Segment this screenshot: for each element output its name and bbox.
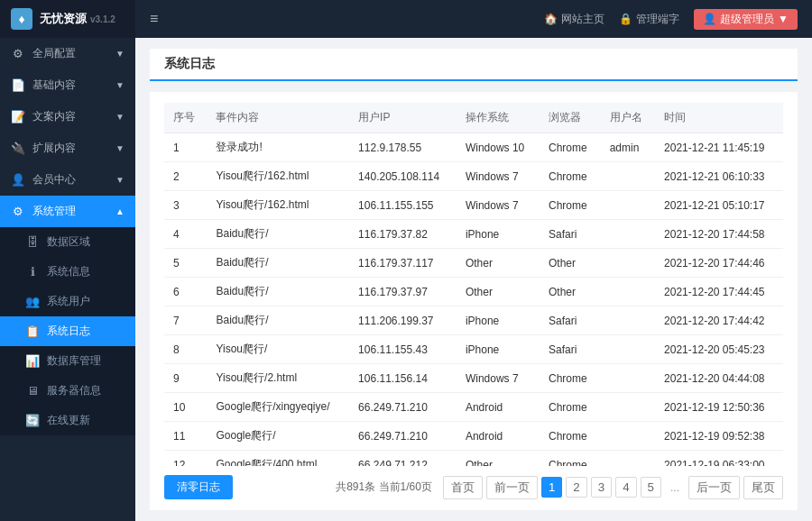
cell-os: iPhone bbox=[457, 335, 540, 364]
cell-browser: Chrome bbox=[540, 133, 601, 162]
chevron-icon: ▼ bbox=[115, 143, 125, 153]
sidebar-item-label: 系统信息 bbox=[47, 264, 90, 279]
topbar-left: ≡ bbox=[150, 11, 158, 27]
table-row: 1 登录成功! 112.9.178.55 Windows 10 Chrome a… bbox=[164, 133, 783, 162]
page-num-4[interactable]: 4 bbox=[615, 477, 636, 498]
cell-id: 8 bbox=[164, 335, 207, 364]
table-row: 2 Yisou爬行/162.html 140.205.108.114 Windo… bbox=[164, 162, 783, 191]
cell-event: Yisou爬行/162.html bbox=[207, 162, 349, 191]
table-row: 5 Baidu爬行/ 116.179.37.117 Other Other 20… bbox=[164, 249, 783, 278]
page-header: 系统日志 bbox=[150, 49, 798, 81]
col-event: 事件内容 bbox=[207, 103, 349, 133]
col-ip: 用户IP bbox=[349, 103, 457, 133]
chevron-icon: ▼ bbox=[115, 49, 125, 59]
prev-page-button[interactable]: 前一页 bbox=[486, 476, 538, 499]
sidebar-item-db-manage[interactable]: 📊 数据库管理 bbox=[0, 346, 135, 376]
cell-id: 9 bbox=[164, 364, 207, 393]
cell-os: Android bbox=[457, 422, 540, 451]
admin-button[interactable]: 👤 超级管理员 ▼ bbox=[694, 9, 798, 30]
cell-id: 11 bbox=[164, 422, 207, 451]
sidebar-item-label: 数据库管理 bbox=[47, 353, 101, 369]
manage-link[interactable]: 🔒 管理端字 bbox=[619, 12, 679, 27]
cell-event: Yisou爬行/2.html bbox=[207, 364, 349, 393]
table-row: 12 Google爬行/400.html 66.249.71.212 Other… bbox=[164, 451, 783, 467]
col-id: 序号 bbox=[164, 103, 207, 133]
sidebar-item-system-user[interactable]: 👥 系统用户 bbox=[0, 287, 135, 316]
cell-id: 6 bbox=[164, 278, 207, 306]
cell-os: Windows 7 bbox=[457, 364, 540, 393]
sidebar-item-label: 服务器信息 bbox=[47, 383, 101, 398]
cell-id: 12 bbox=[164, 451, 207, 467]
logo-icon: ♦ bbox=[11, 8, 32, 30]
cell-browser: Safari bbox=[540, 306, 601, 335]
page-num-3[interactable]: 3 bbox=[591, 477, 612, 498]
cell-event: Baidu爬行/ bbox=[207, 220, 349, 249]
edit-icon: 📝 bbox=[11, 110, 25, 124]
cell-id: 2 bbox=[164, 162, 207, 191]
sidebar: ♦ 无忧资源 v3.1.2 ⚙ 全局配置 ▼ 📄 基础内容 ▼ 📝 文案内容 ▼… bbox=[0, 0, 135, 521]
home-icon: 🏠 bbox=[544, 13, 558, 25]
next-page-button[interactable]: 后一页 bbox=[688, 476, 740, 499]
chart-icon: 📊 bbox=[25, 354, 40, 369]
sidebar-item-basic[interactable]: 📄 基础内容 ▼ bbox=[0, 69, 135, 101]
cell-os: Other bbox=[457, 278, 540, 306]
table-footer: 清零日志 共891条 当前1/60页 首页 前一页 1 2 3 4 5 ... … bbox=[164, 475, 783, 499]
sidebar-item-data-area[interactable]: 🗄 数据区域 bbox=[0, 227, 135, 257]
sidebar-item-server[interactable]: 🖥 服务器信息 bbox=[0, 376, 135, 406]
gear-icon: ⚙ bbox=[11, 205, 25, 219]
col-os: 操作系统 bbox=[457, 103, 540, 133]
sidebar-item-global[interactable]: ⚙ 全局配置 ▼ bbox=[0, 38, 135, 69]
cell-user bbox=[601, 364, 655, 393]
cell-user bbox=[601, 393, 655, 422]
server-icon: 🖥 bbox=[25, 384, 40, 398]
sidebar-item-label: 数据区域 bbox=[47, 234, 90, 250]
menu-toggle-button[interactable]: ≡ bbox=[150, 11, 158, 27]
sidebar-item-label: 系统用户 bbox=[47, 294, 90, 309]
sidebar-item-label: 全局配置 bbox=[32, 46, 76, 61]
cell-time: 2021-12-19 06:33:00 bbox=[655, 451, 783, 467]
clear-log-button[interactable]: 清零日志 bbox=[164, 475, 233, 499]
table-body: 1 登录成功! 112.9.178.55 Windows 10 Chrome a… bbox=[164, 133, 783, 467]
col-user: 用户名 bbox=[601, 103, 655, 133]
cell-time: 2021-12-21 11:45:19 bbox=[655, 133, 783, 162]
first-page-button[interactable]: 首页 bbox=[443, 476, 483, 499]
sidebar-item-extend[interactable]: 🔌 扩展内容 ▼ bbox=[0, 133, 135, 164]
sidebar-item-text[interactable]: 📝 文案内容 ▼ bbox=[0, 101, 135, 133]
cell-user bbox=[601, 422, 655, 451]
sidebar-item-system-info[interactable]: ℹ 系统信息 bbox=[0, 257, 135, 287]
table-row: 10 Google爬行/xingyeqiye/ 66.249.71.210 An… bbox=[164, 393, 783, 422]
cell-browser: Chrome bbox=[540, 364, 601, 393]
page-num-1[interactable]: 1 bbox=[541, 477, 562, 498]
dropdown-icon: ▼ bbox=[778, 13, 789, 25]
topbar: ≡ 🏠 网站主页 🔒 管理端字 👤 超级管理员 ▼ bbox=[135, 0, 812, 38]
page-num-2[interactable]: 2 bbox=[566, 477, 586, 498]
admin-icon: 👤 bbox=[703, 13, 716, 25]
sidebar-item-update[interactable]: 🔄 在线更新 bbox=[0, 406, 135, 435]
cell-os: iPhone bbox=[457, 306, 540, 335]
cell-time: 2021-12-20 04:44:08 bbox=[655, 364, 783, 393]
sidebar-item-member[interactable]: 👤 会员中心 ▼ bbox=[0, 164, 135, 196]
col-time: 时间 bbox=[655, 103, 783, 133]
cell-browser: Chrome bbox=[540, 162, 601, 191]
page-info: 共891条 当前1/60页 bbox=[336, 480, 432, 495]
sidebar-item-system[interactable]: ⚙ 系统管理 ▲ bbox=[0, 196, 135, 227]
content-area: 系统日志 序号 事件内容 用户IP 操作系统 浏览器 用户名 时间 bbox=[135, 38, 812, 521]
cell-ip: 66.249.71.212 bbox=[349, 451, 457, 467]
sidebar-item-label: 会员中心 bbox=[32, 172, 76, 187]
cell-user bbox=[601, 249, 655, 278]
sidebar-item-label: 扩展内容 bbox=[32, 141, 76, 156]
cell-ip: 66.249.71.210 bbox=[349, 393, 457, 422]
page-ellipsis: ... bbox=[665, 479, 685, 497]
cell-user bbox=[601, 220, 655, 249]
cell-time: 2021-12-20 17:44:58 bbox=[655, 220, 783, 249]
website-link[interactable]: 🏠 网站主页 bbox=[544, 12, 604, 27]
cell-time: 2021-12-21 06:10:33 bbox=[655, 162, 783, 191]
sidebar-item-system-log[interactable]: 📋 系统日志 bbox=[0, 316, 135, 346]
chevron-icon: ▼ bbox=[115, 80, 125, 90]
cell-ip: 116.179.37.97 bbox=[349, 278, 457, 306]
page-num-5[interactable]: 5 bbox=[641, 477, 661, 498]
cell-user: admin bbox=[601, 133, 655, 162]
lock-icon: 🔒 bbox=[619, 13, 632, 25]
last-page-button[interactable]: 尾页 bbox=[743, 476, 783, 499]
chevron-icon: ▼ bbox=[115, 175, 125, 185]
